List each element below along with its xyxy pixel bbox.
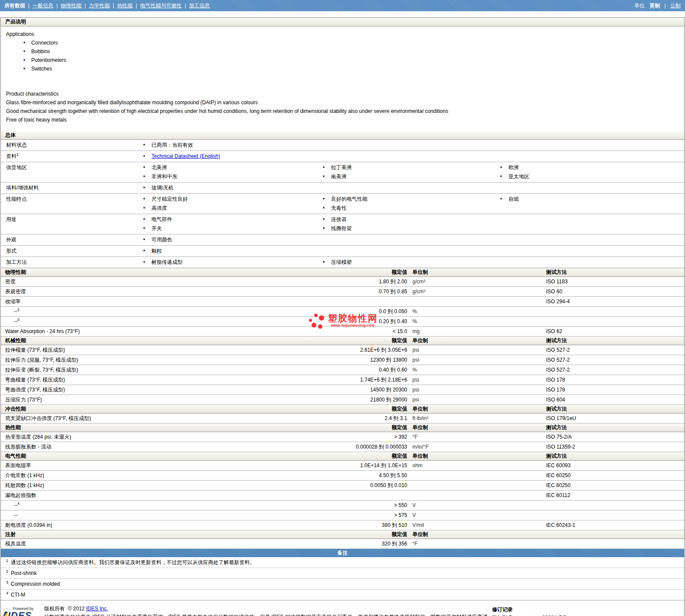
nav-separator: |: [185, 3, 186, 9]
bullet-line: •良好的电气性能: [319, 195, 496, 204]
section-header-热性能: 热性能额定值单位制测试方法: [1, 424, 684, 432]
bullet-line: •自熄: [496, 195, 684, 204]
property-value: 0.40 到 0.60: [286, 365, 410, 375]
general-row-values: •树脂传递成型: [139, 257, 319, 268]
general-row: 加工方法•树脂传递成型•压缩模塑: [1, 257, 684, 268]
general-value-label: 自熄: [508, 195, 519, 204]
revision-title: 修订记录: [492, 606, 678, 614]
bullet-icon: •: [23, 66, 25, 72]
applications-list: •Connectors•Bobbins•Potentiometers•Switc…: [6, 38, 679, 73]
property-name: 拉伸应力 (屈服, 73°F, 模压成型): [5, 355, 286, 365]
bullet-icon: •: [322, 215, 326, 224]
bullet-line: •已商用：当前有效: [139, 141, 319, 150]
general-row: 资料1•Technical Datasheet (English): [1, 151, 684, 162]
property-condition: (1 kHz): [27, 482, 44, 488]
general-row-values: [319, 140, 496, 151]
property-test-method: ISO 294-4: [546, 297, 684, 306]
column-header-method: 测试方法: [546, 424, 684, 432]
section-header-注射: 注射额定值单位制: [1, 530, 684, 539]
nav-item-2[interactable]: 物理性能: [61, 3, 81, 9]
property-test-method: IEC 60250: [546, 481, 684, 490]
property-unit: V: [410, 500, 546, 510]
property-unit: [410, 491, 546, 500]
column-header-method: 测试方法: [546, 337, 684, 345]
general-value-label: 玻璃\无机: [151, 183, 174, 192]
bullet-icon: •: [142, 195, 146, 204]
property-name: 模具温度: [5, 539, 286, 549]
property-value: 21800 到 29000: [286, 395, 410, 404]
property-test-method: ISO 179/1eU: [546, 414, 684, 423]
general-row-values: •北美洲•非洲和中东: [139, 162, 319, 182]
nav-separator: |: [113, 3, 114, 9]
revision-record: 修订记录 添加到 Prospector： 2009年7月 上次更新： 2011/…: [492, 605, 678, 616]
nav-item-3[interactable]: 力学性能: [89, 3, 109, 9]
property-test-method: ISO 527-2: [546, 345, 684, 355]
property-name: 拉伸应变 (断裂, 73°F, 模压成型): [5, 365, 286, 375]
nav-item-1[interactable]: 一般信息: [32, 3, 53, 9]
property-value: [286, 491, 410, 500]
bullet-icon: •: [142, 172, 146, 181]
property-condition: (264 psi, 未退火): [32, 434, 71, 440]
bullet-line: •尺寸稳定性良好: [139, 195, 319, 204]
general-value-label: 压缩模塑: [331, 258, 352, 267]
general-value-label: 亚太地区: [508, 172, 529, 181]
general-row-values: •自熄: [496, 194, 684, 214]
property-row: 表观密度0.70 到 0.85g/cm³ISO 60: [1, 287, 684, 297]
bullet-line: •拉丁美洲: [319, 163, 496, 172]
bullet-line: •树脂传递成型: [139, 258, 319, 267]
bullet-line: •南美洲: [319, 172, 496, 181]
application-item: •Connectors: [6, 38, 679, 47]
nav-item-5[interactable]: 电气性能与可燃性: [140, 3, 182, 9]
characteristic-line: Good mechanical strength together with r…: [6, 107, 679, 116]
general-row: 用途•电气部件•开关•连接器•线圈骨架: [1, 214, 684, 234]
property-row: 介电常数 (1 kHz)4.50 到 5.50IEC 60250: [1, 471, 684, 481]
property-value: 0.0 到 0.050: [286, 307, 410, 316]
property-value: 320 到 356: [286, 539, 410, 549]
property-test-method: IEC 60250: [546, 471, 684, 480]
column-header-unit: 单位制: [410, 268, 546, 276]
property-name: 拉伸模量 (73°F, 模压成型): [5, 345, 286, 355]
property-test-method: ISO 178: [546, 375, 684, 385]
notes-bar: 备注: [1, 549, 684, 557]
bullet-line: •欧洲: [496, 163, 684, 172]
column-header-unit: 单位制: [410, 424, 546, 432]
property-test-method: IEC 60243-1: [546, 520, 684, 530]
bullet-line: •非洲和中东: [139, 172, 319, 181]
property-value: > 392: [286, 432, 410, 442]
property-name: 弯曲模量 (73°F, 模压成型): [5, 375, 286, 385]
property-name: 密度: [5, 277, 286, 286]
bullet-icon: •: [23, 40, 25, 46]
bullet-line: •高强度: [139, 204, 319, 213]
bullet-line: •开关: [139, 224, 319, 233]
technical-datasheet-link[interactable]: Technical Datasheet (English): [151, 152, 220, 161]
general-row-label: 供货地区: [1, 162, 139, 182]
column-header-value: 额定值: [286, 530, 410, 539]
ides-logo[interactable]: Powered by IDES: [3, 605, 40, 616]
property-sections: 物理性能额定值单位制测试方法密度1.80 到 2.00g/cm³ISO 1183…: [1, 268, 684, 549]
property-value: 2.61E+6 到 3.05E+6: [286, 345, 410, 355]
bullet-line: •压缩模塑: [319, 258, 496, 267]
nav-item-4[interactable]: 热性能: [117, 3, 133, 9]
general-row-values: [496, 140, 684, 151]
bullet-line: •北美洲: [139, 163, 319, 172]
general-row-label: 填料/增强材料: [1, 183, 139, 193]
property-name: --: [5, 510, 286, 520]
unit-metric-link[interactable]: 公制: [670, 3, 681, 9]
property-row: 收缩率ISO 294-4: [1, 297, 684, 307]
general-row-values: •拉丁美洲•南美洲: [319, 162, 496, 182]
ides-inc-link[interactable]: IDES Inc.: [86, 606, 108, 612]
column-header-value: 额定值: [286, 405, 410, 413]
general-row-values: [496, 234, 684, 245]
property-row: 弯曲模量 (73°F, 模压成型)1.74E+6 到 2.18E+6psiISO…: [1, 375, 684, 385]
bullet-icon: •: [499, 172, 503, 181]
nav-item-6[interactable]: 加工信息: [189, 3, 210, 9]
property-row: 拉伸模量 (73°F, 模压成型)2.61E+6 到 3.05E+6psiISO…: [1, 345, 684, 355]
property-row: 弯曲强度 (73°F, 模压成型)14500 到 20300psiISO 178: [1, 385, 684, 395]
general-row-label: 外观: [1, 234, 139, 245]
column-header-method: 测试方法: [546, 268, 684, 276]
disclaimer-text: 此数据表中的信息由 IDES 从该材料的生产商处获得。IDES 尽最大努力确保此…: [44, 613, 492, 616]
units-label: 单位: [634, 3, 645, 9]
application-label: Connectors: [31, 40, 58, 46]
general-row-values: •压缩模塑: [319, 257, 496, 268]
property-value: 1.80 到 2.00: [286, 277, 410, 286]
